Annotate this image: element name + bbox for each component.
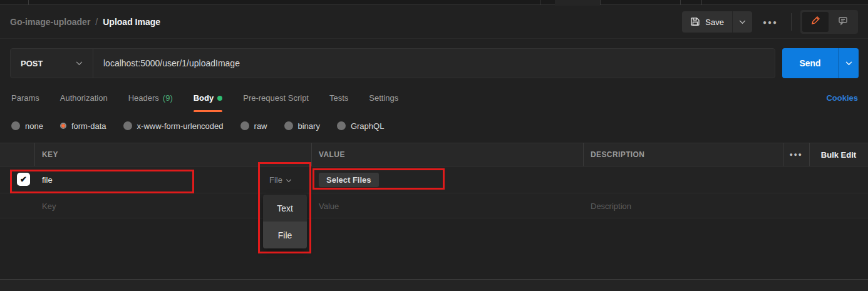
- radio-icon: [284, 121, 293, 130]
- row-enabled-checkbox[interactable]: ✔: [17, 173, 30, 186]
- column-header-value: VALUE: [319, 143, 345, 166]
- edit-comment-toggle-group: [800, 10, 858, 34]
- column-divider: [311, 143, 312, 166]
- app-tab-strip: [0, 0, 868, 5]
- request-header-bar: Go-image-uploader / Upload Image Save: [0, 6, 868, 39]
- comments-button[interactable]: [830, 12, 856, 32]
- column-divider: [783, 143, 783, 166]
- menu-item-text[interactable]: Text: [263, 195, 307, 222]
- key-type-menu: Text File: [263, 195, 307, 248]
- radio-icon: [123, 121, 132, 130]
- radio-icon: [240, 121, 249, 130]
- send-options-button[interactable]: [838, 48, 859, 78]
- chevron-down-icon: [845, 61, 852, 66]
- url-input[interactable]: localhost:5000/user/1/uploadImage: [93, 49, 775, 78]
- save-button-group: Save: [682, 11, 752, 33]
- form-data-table-header: KEY VALUE DESCRIPTION ●●● Bulk Edit: [0, 143, 868, 166]
- key-type-dropdown[interactable]: File: [269, 166, 292, 193]
- key-input[interactable]: file: [42, 166, 53, 193]
- chevron-down-icon: [76, 61, 83, 66]
- comment-icon: [838, 16, 848, 28]
- more-options-button[interactable]: ●●●: [758, 11, 782, 33]
- body-type-options: none form-data x-www-form-urlencoded raw…: [0, 113, 395, 139]
- breadcrumb-separator: /: [95, 17, 98, 27]
- bulk-edit-button[interactable]: Bulk Edit: [809, 143, 868, 166]
- check-icon: ✔: [20, 175, 27, 184]
- column-header-description: DESCRIPTION: [591, 143, 644, 166]
- breadcrumb-request-name: Upload Image: [103, 17, 160, 27]
- tab-settings[interactable]: Settings: [369, 84, 398, 112]
- ellipsis-icon: ●●●: [790, 151, 803, 158]
- radio-form-data[interactable]: form-data: [60, 121, 106, 131]
- radio-none[interactable]: none: [11, 121, 43, 131]
- floppy-save-icon: [690, 16, 700, 28]
- method-selector[interactable]: POST: [11, 49, 93, 78]
- tab-pre-request-script[interactable]: Pre-request Script: [243, 84, 309, 112]
- radio-selected-icon: [60, 123, 66, 129]
- request-tabs: Params Authorization Headers (9) Body Pr…: [0, 84, 868, 112]
- breadcrumb-collection[interactable]: Go-image-uploader: [10, 17, 90, 27]
- tab-params[interactable]: Params: [11, 84, 39, 112]
- column-header-key: KEY: [42, 143, 58, 166]
- key-input-placeholder[interactable]: Key: [42, 193, 56, 218]
- radio-graphql[interactable]: GraphQL: [337, 121, 384, 131]
- ellipsis-icon: ●●●: [763, 19, 778, 26]
- table-row-new: Key Value Description: [0, 193, 868, 218]
- tab-strip-divider: [28, 0, 29, 5]
- value-input-placeholder[interactable]: Value: [319, 193, 339, 218]
- cookies-link[interactable]: Cookies: [826, 84, 858, 112]
- radio-icon: [11, 121, 20, 130]
- save-button[interactable]: Save: [682, 11, 732, 33]
- column-divider: [34, 143, 35, 166]
- menu-item-file[interactable]: File: [263, 222, 307, 248]
- tab-tests[interactable]: Tests: [329, 84, 348, 112]
- select-files-button[interactable]: Select Files: [319, 173, 379, 187]
- toolbar-divider: [791, 13, 792, 31]
- tab-authorization[interactable]: Authorization: [60, 84, 108, 112]
- save-button-label: Save: [705, 18, 724, 27]
- key-type-label: File: [269, 175, 282, 185]
- chevron-down-icon: [286, 175, 292, 185]
- url-bar: POST localhost:5000/user/1/uploadImage: [10, 48, 775, 78]
- tab-strip-divider: [540, 0, 540, 5]
- description-input-placeholder[interactable]: Description: [591, 193, 631, 218]
- table-more-options-button[interactable]: ●●●: [783, 143, 809, 166]
- tab-strip-divider: [600, 0, 601, 5]
- breadcrumb: Go-image-uploader / Upload Image: [10, 17, 160, 27]
- unsaved-changes-dot: [217, 96, 222, 101]
- send-button-group: Send: [782, 48, 859, 78]
- pencil-icon: [810, 16, 820, 28]
- radio-x-www-form-urlencoded[interactable]: x-www-form-urlencoded: [123, 121, 224, 131]
- tab-strip-divider: [680, 0, 681, 5]
- table-row: ✔ file File Select Files: [0, 166, 868, 193]
- tab-headers[interactable]: Headers (9): [128, 84, 173, 112]
- save-options-button[interactable]: [732, 11, 752, 33]
- headers-count-badge: (9): [163, 93, 173, 103]
- active-app-tab: [555, 0, 600, 6]
- radio-icon: [337, 121, 346, 130]
- method-label: POST: [21, 59, 43, 68]
- column-divider: [583, 143, 584, 166]
- send-button[interactable]: Send: [782, 48, 838, 78]
- response-panel-divider[interactable]: [0, 279, 868, 291]
- column-divider: [809, 143, 810, 166]
- tab-body[interactable]: Body: [194, 84, 223, 112]
- toolbar-actions: Save ●●●: [682, 10, 858, 34]
- request-url-row: POST localhost:5000/user/1/uploadImage S…: [10, 48, 859, 78]
- radio-binary[interactable]: binary: [284, 121, 320, 131]
- chevron-down-icon: [739, 20, 746, 24]
- tab-strip-divider: [701, 0, 702, 5]
- radio-raw[interactable]: raw: [240, 121, 267, 131]
- edit-mode-button[interactable]: [802, 12, 829, 32]
